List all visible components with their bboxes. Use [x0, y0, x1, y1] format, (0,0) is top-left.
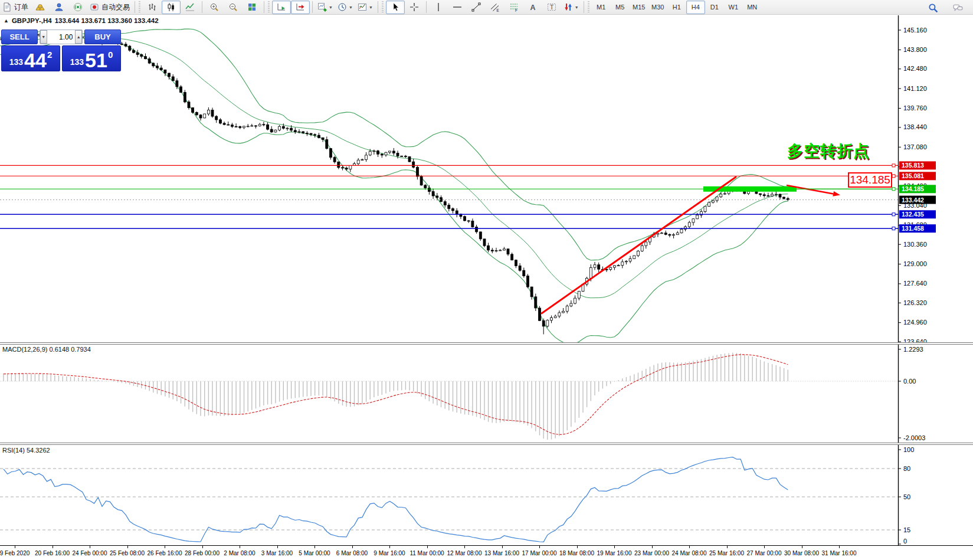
time-label: 27 Mar 00:00 — [747, 550, 782, 556]
chart-title: ▲ GBPJPY-,H4 133.644 133.671 133.360 133… — [4, 17, 159, 24]
crosshair-button[interactable] — [405, 1, 424, 14]
equidistant-channel-button[interactable]: E — [486, 1, 504, 14]
toolbar-buttons: 订单自动交易▼▼▼EFAT▼M1M5M15M30H1H4D1W1MN — [0, 1, 762, 14]
time-tick — [764, 546, 765, 548]
volume-stepper: ▼ ▲ — [40, 30, 83, 44]
arrows-button[interactable]: ▼ — [561, 1, 581, 14]
text-button[interactable]: A — [523, 1, 542, 14]
tile-icon — [247, 2, 257, 12]
mt4-terminal: 订单自动交易▼▼▼EFAT▼M1M5M15M30H1H4D1W1MN 145.1… — [0, 0, 973, 560]
text-label-button[interactable]: T — [542, 1, 561, 14]
doc-icon — [2, 2, 12, 12]
template-icon — [358, 2, 367, 12]
horizontal-line-button[interactable] — [448, 1, 467, 14]
chart-shift-button[interactable] — [291, 1, 310, 14]
trendline-button[interactable] — [467, 1, 486, 14]
svg-text:15: 15 — [903, 526, 910, 533]
timeframe-button-m15[interactable]: M15 — [630, 1, 648, 14]
line-chart-button[interactable] — [181, 1, 199, 14]
timeframe-button-m5[interactable]: M5 — [611, 1, 630, 14]
svg-text:138.440: 138.440 — [903, 123, 927, 130]
time-tick — [90, 546, 90, 548]
chat-button[interactable] — [948, 1, 967, 15]
timeframe-button-m1[interactable]: M1 — [592, 1, 611, 14]
macd-pane-canvas[interactable]: 1.22930.00-2.0003 — [0, 345, 973, 443]
time-label: 9 Feb 2020 — [0, 550, 30, 556]
bar-chart-button[interactable] — [143, 1, 162, 14]
time-tick — [127, 546, 128, 548]
svg-text:0: 0 — [903, 538, 907, 545]
volume-input[interactable] — [47, 30, 76, 44]
svg-text:142.480: 142.480 — [903, 65, 927, 72]
signal-button[interactable] — [68, 1, 87, 14]
chart-icon: ▲ — [4, 18, 9, 24]
toolbar-separator — [426, 1, 427, 13]
timeframe-button-d1[interactable]: D1 — [705, 1, 724, 14]
fibonacci-button[interactable]: F — [504, 1, 523, 14]
dropdown-arrow-icon: ▼ — [369, 5, 373, 9]
vline-icon — [434, 2, 443, 12]
toolbar-grip[interactable] — [588, 1, 589, 13]
toolbar-grip[interactable] — [139, 1, 140, 13]
time-tick — [314, 546, 315, 548]
time-axis[interactable]: 9 Feb 202020 Feb 16:0024 Feb 00:0025 Feb… — [0, 545, 973, 560]
time-label: 25 Feb 08:00 — [110, 550, 145, 556]
time-label: 9 Mar 16:00 — [374, 550, 405, 556]
indicators-button[interactable]: ▼ — [315, 1, 335, 14]
buy-price-display[interactable]: 133 51 0 — [62, 45, 121, 71]
toolbar-grip[interactable] — [268, 1, 270, 13]
time-label: 13 Mar 16:00 — [484, 550, 519, 556]
sell-price-big: 44 — [24, 52, 47, 69]
candlestick-button[interactable] — [162, 1, 181, 14]
gold-chart-button[interactable] — [31, 1, 50, 14]
timeframe-button-mn[interactable]: MN — [743, 1, 762, 14]
volume-increase-button[interactable]: ▲ — [75, 30, 82, 44]
rsi-pane-canvas[interactable]: 1008050150 — [0, 445, 973, 545]
vertical-line-button[interactable] — [429, 1, 448, 14]
auto-scroll-button[interactable] — [272, 1, 291, 14]
svg-text:0.00: 0.00 — [903, 378, 916, 385]
candles-icon — [166, 2, 176, 12]
new-order-button[interactable]: 订单 — [0, 1, 31, 14]
signal-icon — [73, 2, 83, 12]
autotrading-button[interactable]: 自动交易 — [87, 1, 132, 14]
dropdown-arrow-icon: ▼ — [349, 5, 353, 9]
periods-button[interactable]: ▼ — [335, 1, 355, 14]
timeframe-button-h4[interactable]: H4 — [686, 1, 705, 14]
svg-text:133.442: 133.442 — [902, 197, 924, 204]
search-button[interactable] — [923, 1, 942, 15]
main-chart-canvas[interactable]: 145.160143.800142.480141.120139.760138.4… — [0, 15, 973, 343]
bars-icon — [148, 2, 157, 12]
volume-decrease-button[interactable]: ▼ — [40, 30, 47, 44]
toolbar-separator — [135, 1, 135, 13]
svg-text:135.081: 135.081 — [902, 172, 924, 179]
timeframe-button-h1[interactable]: H1 — [667, 1, 686, 14]
buy-button[interactable]: BUY — [84, 30, 121, 44]
sell-button[interactable]: SELL — [1, 30, 38, 44]
person-icon — [54, 2, 64, 12]
navigator-button[interactable] — [50, 1, 68, 14]
buy-price-big: 51 — [85, 52, 107, 69]
toolbar-grip[interactable] — [382, 1, 384, 13]
cursor-button[interactable] — [386, 1, 405, 14]
main-toolbar: 订单自动交易▼▼▼EFAT▼M1M5M15M30H1H4D1W1MN — [0, 0, 973, 15]
time-tick — [53, 546, 53, 548]
sell-price-display[interactable]: 133 44 2 — [1, 45, 60, 71]
timeframe-button-m30[interactable]: M30 — [648, 1, 667, 14]
zoom-in-button[interactable] — [205, 1, 224, 14]
gold-icon — [35, 2, 45, 12]
zoom-out-button[interactable] — [224, 1, 243, 14]
time-label: 28 Feb 00:00 — [185, 550, 220, 556]
templates-button[interactable]: ▼ — [355, 1, 375, 14]
sell-price-prefix: 133 — [9, 57, 23, 67]
hline-icon — [453, 2, 462, 12]
linechart-icon — [185, 2, 195, 12]
timeframe-button-w1[interactable]: W1 — [724, 1, 743, 14]
time-tick — [614, 546, 615, 548]
macd-label: MACD(12,26,9) 0.6148 0.7934 — [2, 346, 91, 353]
cursor-icon — [391, 2, 400, 12]
tile-windows-button[interactable] — [243, 1, 261, 14]
clock-icon — [338, 2, 347, 12]
toolbar-separator — [378, 1, 378, 13]
search-icon — [928, 3, 938, 13]
